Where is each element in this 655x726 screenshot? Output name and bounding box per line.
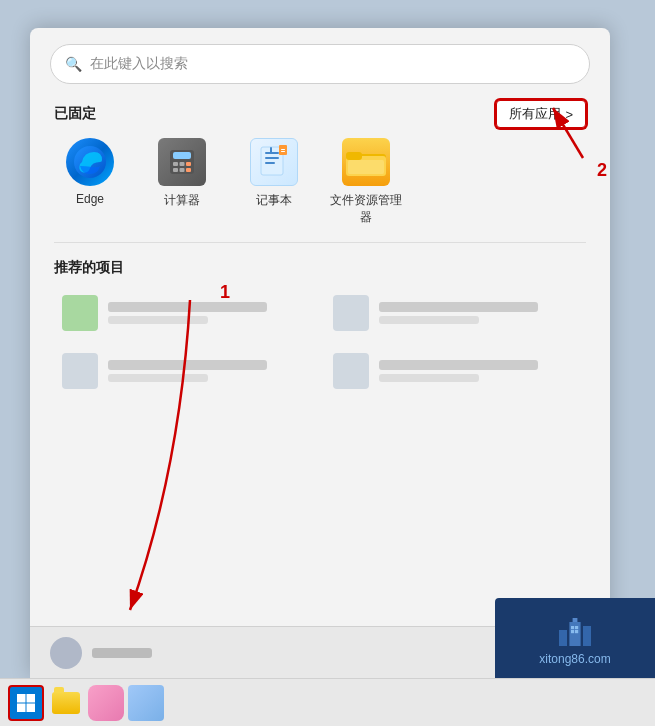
svg-rect-25 (27, 694, 36, 703)
search-icon: 🔍 (65, 56, 82, 72)
svg-rect-8 (186, 168, 191, 172)
user-area[interactable] (50, 637, 152, 669)
svg-rect-12 (265, 162, 275, 164)
app-explorer[interactable]: 文件资源管理器 (330, 138, 402, 226)
annotation-1: 1 (220, 282, 230, 303)
calc-svg (167, 147, 197, 177)
svg-rect-26 (17, 703, 26, 712)
svg-rect-35 (575, 630, 578, 633)
rec-thumb-1 (62, 295, 98, 331)
svg-rect-29 (569, 622, 580, 646)
notepad-svg (257, 145, 291, 179)
user-avatar (50, 637, 82, 669)
start-button[interactable] (8, 685, 44, 721)
rec-info-2 (379, 302, 578, 324)
svg-rect-2 (173, 152, 191, 159)
explorer-label: 文件资源管理器 (330, 192, 402, 226)
svg-rect-30 (583, 626, 591, 646)
taskbar-pink-button[interactable] (88, 685, 124, 721)
svg-rect-20 (348, 160, 384, 174)
svg-rect-5 (186, 162, 191, 166)
svg-rect-19 (346, 152, 362, 160)
watermark: xitong86.com (495, 598, 655, 678)
rec-sub-2 (379, 316, 479, 324)
svg-rect-10 (265, 152, 279, 154)
svg-rect-14 (281, 149, 285, 150)
section-divider (54, 242, 586, 243)
svg-rect-32 (571, 626, 574, 629)
edge-svg (72, 144, 108, 180)
watermark-icon (555, 610, 595, 650)
rec-name-4 (379, 360, 538, 370)
explorer-svg (346, 146, 386, 178)
svg-rect-31 (573, 618, 578, 622)
taskbar-blue-button[interactable] (128, 685, 164, 721)
edge-icon (66, 138, 114, 186)
svg-line-22 (553, 108, 583, 158)
svg-rect-3 (173, 162, 178, 166)
rec-sub-4 (379, 374, 479, 382)
taskbar-folder-button[interactable] (48, 685, 84, 721)
rec-info-4 (379, 360, 578, 382)
svg-rect-27 (27, 703, 36, 712)
svg-rect-6 (173, 168, 178, 172)
svg-rect-15 (281, 151, 285, 152)
taskbar (0, 678, 655, 726)
arrow-2-svg (523, 88, 603, 168)
watermark-text: xitong86.com (539, 652, 610, 666)
calculator-icon (158, 138, 206, 186)
search-bar[interactable]: 🔍 在此键入以搜索 (50, 44, 590, 84)
svg-rect-33 (575, 626, 578, 629)
windows-logo-icon (16, 693, 36, 713)
rec-thumb-3 (62, 353, 98, 389)
svg-rect-28 (559, 630, 567, 646)
svg-rect-4 (180, 162, 185, 166)
recommended-title: 推荐的项目 (54, 259, 586, 277)
app-calculator[interactable]: 计算器 (146, 138, 218, 226)
notepad-icon (250, 138, 298, 186)
rec-name-2 (379, 302, 538, 312)
svg-rect-34 (571, 630, 574, 633)
annotation-2: 2 (597, 160, 607, 181)
edge-label: Edge (76, 192, 104, 206)
app-edge[interactable]: Edge (54, 138, 126, 226)
taskbar-folder-icon (52, 692, 80, 714)
svg-rect-24 (17, 694, 26, 703)
rec-thumb-2 (333, 295, 369, 331)
user-name (92, 648, 152, 658)
svg-rect-11 (265, 157, 279, 159)
svg-rect-16 (270, 147, 272, 153)
pinned-title: 已固定 (54, 105, 96, 123)
app-notepad[interactable]: 记事本 (238, 138, 310, 226)
list-item[interactable] (325, 347, 586, 395)
notepad-label: 记事本 (256, 192, 292, 209)
search-placeholder: 在此键入以搜索 (90, 55, 188, 73)
calculator-label: 计算器 (164, 192, 200, 209)
rec-thumb-4 (333, 353, 369, 389)
explorer-icon (342, 138, 390, 186)
svg-rect-7 (180, 168, 185, 172)
list-item[interactable] (325, 289, 586, 337)
arrow-1-svg (110, 290, 230, 640)
